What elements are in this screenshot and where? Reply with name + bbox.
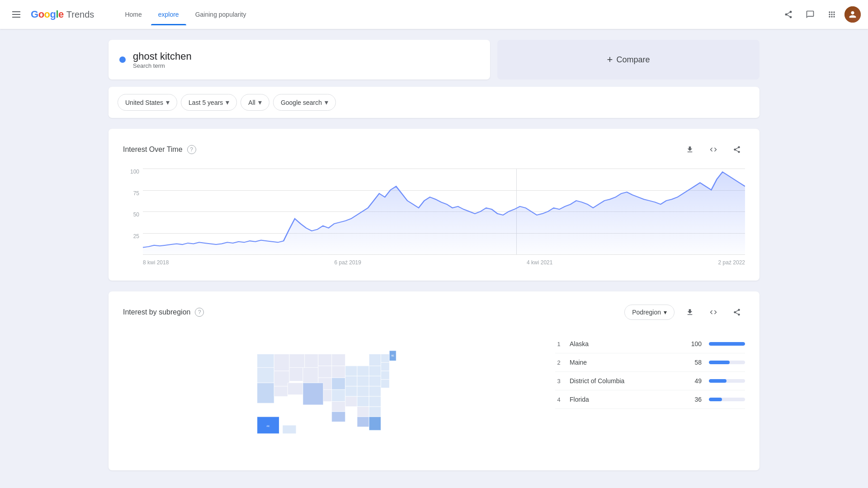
svg-rect-11 bbox=[303, 367, 318, 383]
nav-explore[interactable]: explore bbox=[151, 7, 186, 22]
search-term-name: ghost kitchen bbox=[133, 51, 192, 62]
filter-region[interactable]: United States ▾ bbox=[118, 94, 177, 111]
x-label-2018: 8 kwi 2018 bbox=[143, 259, 169, 266]
subregion-value-dc: 49 bbox=[687, 377, 702, 385]
svg-rect-25 bbox=[345, 386, 357, 396]
google-trends-logo[interactable]: Google Trends bbox=[31, 9, 94, 20]
filter-category-chevron: ▾ bbox=[258, 98, 262, 107]
subregion-content: AK ME 1 Alaska 100 bbox=[123, 331, 745, 458]
nav-home[interactable]: Home bbox=[118, 7, 149, 22]
search-term-dot bbox=[119, 56, 126, 63]
main-content: ghost kitchen Search term + Compare Unit… bbox=[0, 29, 868, 488]
search-term-card: ghost kitchen Search term bbox=[108, 40, 490, 80]
svg-rect-10 bbox=[289, 367, 303, 381]
svg-rect-46 bbox=[369, 396, 381, 407]
svg-rect-7 bbox=[289, 354, 305, 367]
interest-over-time-card: Interest Over Time ? bbox=[108, 129, 760, 281]
x-label-2021: 4 kwi 2021 bbox=[527, 259, 552, 266]
subregion-share-button[interactable] bbox=[729, 304, 745, 320]
svg-rect-36 bbox=[357, 376, 369, 386]
search-term-inner: ghost kitchen Search term bbox=[108, 42, 203, 78]
interest-over-time-title: Interest Over Time bbox=[123, 145, 183, 154]
svg-rect-37 bbox=[357, 386, 369, 396]
svg-rect-4 bbox=[257, 367, 274, 383]
card-header-subregion: Interest by subregion ? Podregion ▾ bbox=[123, 304, 745, 320]
filter-search-type[interactable]: Google search ▾ bbox=[273, 94, 336, 111]
search-term-type: Search term bbox=[133, 62, 192, 69]
svg-rect-6 bbox=[274, 354, 289, 371]
svg-rect-31 bbox=[357, 417, 369, 427]
subregion-dropdown[interactable]: Podregion ▾ bbox=[624, 305, 675, 320]
y-label-100: 100 bbox=[130, 169, 139, 175]
filter-category[interactable]: All ▾ bbox=[241, 94, 269, 111]
trends-wordmark: Trends bbox=[66, 9, 94, 20]
subregion-bar-florida bbox=[709, 398, 745, 401]
filter-search-type-chevron: ▾ bbox=[325, 98, 328, 107]
subregion-bar-maine bbox=[709, 361, 745, 364]
user-avatar[interactable] bbox=[844, 6, 861, 23]
chart-x-labels: 8 kwi 2018 6 paź 2019 4 kwi 2021 2 paź 2… bbox=[143, 257, 745, 268]
svg-rect-24 bbox=[345, 376, 357, 386]
subregion-bar-alaska bbox=[709, 342, 745, 346]
subregion-list: 1 Alaska 100 2 Maine 58 3 bbox=[555, 331, 745, 458]
y-label-75: 75 bbox=[133, 190, 139, 197]
svg-rect-14 bbox=[318, 354, 332, 366]
subregion-rank-3: 3 bbox=[555, 378, 562, 385]
subregion-embed-button[interactable] bbox=[705, 304, 722, 320]
download-button[interactable] bbox=[682, 141, 698, 158]
subregion-help[interactable]: ? bbox=[195, 308, 204, 317]
filter-time[interactable]: Last 5 years ▾ bbox=[181, 94, 237, 111]
header-right bbox=[779, 5, 861, 23]
subregion-rank-4: 4 bbox=[555, 396, 562, 403]
apps-icon-button[interactable] bbox=[823, 5, 841, 23]
embed-button[interactable] bbox=[705, 141, 722, 158]
list-item: 1 Alaska 100 bbox=[555, 335, 745, 353]
nav-gaining-popularity[interactable]: Gaining popularity bbox=[188, 7, 254, 22]
header: Google Trends Home explore Gaining popul… bbox=[0, 0, 868, 29]
svg-rect-0 bbox=[12, 11, 20, 12]
header-left: Google Trends Home explore Gaining popul… bbox=[7, 5, 779, 23]
compare-label: Compare bbox=[616, 55, 650, 65]
svg-rect-1 bbox=[12, 14, 20, 15]
interest-over-time-chart: 100 75 50 25 bbox=[123, 169, 745, 268]
subregion-name-dc: District of Columbia bbox=[570, 377, 680, 385]
svg-rect-9 bbox=[274, 371, 289, 386]
subregion-bar-fill-alaska bbox=[709, 342, 745, 346]
list-item: 4 Florida 36 bbox=[555, 390, 745, 409]
svg-rect-34 bbox=[369, 417, 381, 430]
svg-rect-35 bbox=[357, 366, 369, 376]
svg-rect-17 bbox=[332, 366, 345, 377]
svg-rect-21 bbox=[332, 389, 345, 401]
card-title-row: Interest Over Time ? bbox=[123, 145, 196, 154]
svg-rect-13 bbox=[288, 383, 303, 394]
x-label-2019: 6 paź 2019 bbox=[335, 259, 361, 266]
subregion-value-maine: 58 bbox=[687, 359, 702, 366]
svg-rect-43 bbox=[381, 371, 390, 380]
subregion-dropdown-chevron: ▾ bbox=[664, 309, 667, 316]
chart-y-labels: 100 75 50 25 bbox=[123, 169, 139, 254]
list-item: 2 Maine 58 bbox=[555, 353, 745, 372]
search-row: ghost kitchen Search term + Compare bbox=[108, 40, 760, 80]
compare-card[interactable]: + Compare bbox=[497, 40, 760, 80]
subregion-bar-fill-dc bbox=[709, 379, 726, 383]
card-actions-subregion: Podregion ▾ bbox=[624, 304, 745, 320]
share-icon-button[interactable] bbox=[779, 5, 797, 23]
svg-rect-12 bbox=[274, 386, 288, 396]
interest-over-time-help[interactable]: ? bbox=[187, 145, 196, 154]
subregion-name-alaska: Alaska bbox=[570, 340, 680, 347]
feedback-icon-button[interactable] bbox=[801, 5, 819, 23]
subregion-value-alaska: 100 bbox=[687, 340, 702, 347]
svg-rect-23 bbox=[345, 366, 357, 376]
filter-time-label: Last 5 years bbox=[189, 99, 223, 106]
filter-region-label: United States bbox=[125, 99, 163, 106]
svg-rect-39 bbox=[369, 366, 381, 376]
svg-text:AK: AK bbox=[267, 424, 270, 427]
list-item: 3 District of Columbia 49 bbox=[555, 372, 745, 390]
share-button[interactable] bbox=[729, 141, 745, 158]
y-label-25: 25 bbox=[133, 233, 139, 239]
svg-rect-38 bbox=[369, 354, 381, 366]
svg-rect-27 bbox=[332, 401, 345, 412]
subregion-value-florida: 36 bbox=[687, 396, 702, 403]
subregion-download-button[interactable] bbox=[682, 304, 698, 320]
menu-icon[interactable] bbox=[7, 5, 25, 23]
